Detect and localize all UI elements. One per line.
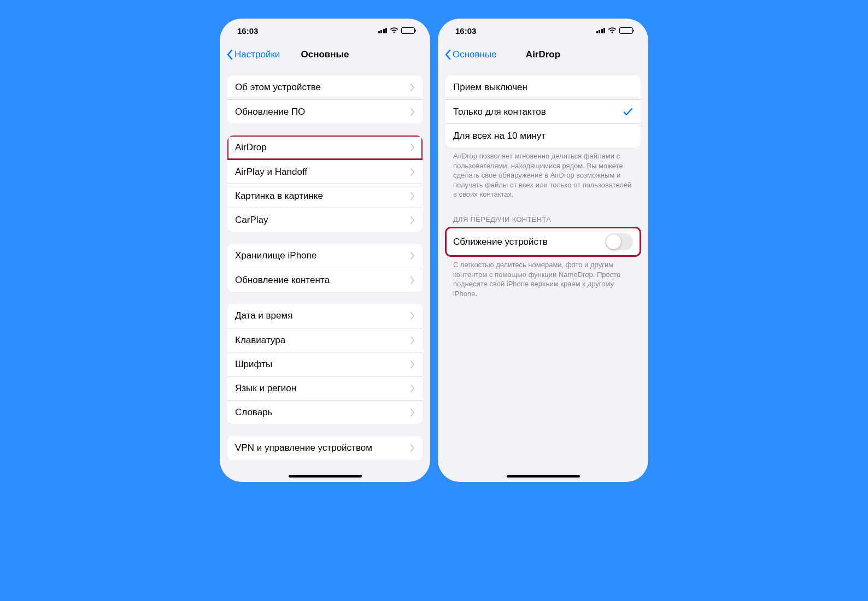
chevron-right-icon (410, 361, 415, 368)
chevron-right-icon (410, 84, 415, 91)
row-fonts[interactable]: Шрифты (227, 352, 423, 376)
settings-group-3: Хранилище iPhone Обновление контента (227, 244, 423, 292)
chevron-right-icon (410, 252, 415, 260)
airdrop-content: Прием выключен Только для контактов Для … (438, 67, 648, 482)
status-bar: 16:03 (220, 19, 430, 43)
chevron-right-icon (410, 168, 415, 176)
transfer-section-header: ДЛЯ ПЕРЕДАЧИ КОНТЕНТА (445, 215, 641, 228)
row-software-update[interactable]: Обновление ПО (227, 99, 423, 123)
chevron-right-icon (410, 144, 415, 151)
cellular-icon (596, 28, 606, 33)
nav-bar: Основные AirDrop (438, 43, 648, 67)
row-label: Картинка в картинке (235, 191, 323, 202)
cellular-icon (378, 28, 388, 33)
row-bring-devices-together[interactable]: Сближение устройств (445, 227, 641, 256)
phone-screen-airdrop: 16:03 Основные AirDrop Прием выключен То… (438, 19, 648, 482)
row-label: CarPlay (235, 215, 268, 226)
row-language-region[interactable]: Язык и регион (227, 376, 423, 400)
wifi-icon (608, 26, 617, 36)
chevron-right-icon (410, 409, 415, 416)
battery-icon (401, 27, 415, 34)
option-everyone-10min[interactable]: Для всех на 10 минут (445, 123, 641, 148)
chevron-right-icon (410, 444, 415, 452)
row-label: AirDrop (235, 142, 267, 153)
chevron-right-icon (410, 108, 415, 116)
row-about-device[interactable]: Об этом устройстве (227, 75, 423, 99)
settings-group-1: Об этом устройстве Обновление ПО (227, 75, 423, 123)
row-label: Об этом устройстве (235, 82, 321, 93)
chevron-right-icon (410, 337, 415, 344)
row-vpn-device-management[interactable]: VPN и управление устройством (227, 436, 423, 460)
transfer-section-footer: С легкостью делитесь номерами, фото и др… (445, 256, 641, 298)
settings-group-4: Дата и время Клавиатура Шрифты Язык и ре… (227, 304, 423, 424)
row-label: Язык и регион (235, 383, 296, 394)
back-label: Настройки (234, 49, 280, 60)
chevron-right-icon (410, 276, 415, 284)
receive-options-footer: AirDrop позволяет мгновенно делиться фай… (445, 148, 641, 199)
home-indicator[interactable] (507, 475, 580, 478)
row-dictionary[interactable]: Словарь (227, 400, 423, 424)
option-contacts-only[interactable]: Только для контактов (445, 99, 641, 123)
receive-options-list: Прием выключен Только для контактов Для … (445, 75, 641, 148)
status-time: 16:03 (455, 26, 476, 36)
status-indicators (378, 26, 415, 36)
row-iphone-storage[interactable]: Хранилище iPhone (227, 244, 423, 268)
row-label: VPN и управление устройством (235, 443, 372, 453)
row-picture-in-picture[interactable]: Картинка в картинке (227, 184, 423, 208)
row-label: Для всех на 10 минут (453, 131, 546, 142)
nav-bar: Настройки Основные (220, 43, 430, 67)
row-label: Прием выключен (453, 82, 527, 93)
row-date-time[interactable]: Дата и время (227, 304, 423, 328)
back-label: Основные (453, 49, 497, 60)
option-receiving-off[interactable]: Прием выключен (445, 75, 641, 99)
back-button[interactable]: Основные (444, 49, 497, 60)
row-label: Только для контактов (453, 107, 546, 117)
toggle-switch[interactable] (605, 233, 633, 250)
row-label: Хранилище iPhone (235, 250, 316, 261)
back-button[interactable]: Настройки (226, 49, 280, 60)
row-airdrop[interactable]: AirDrop (227, 135, 423, 160)
chevron-right-icon (410, 312, 415, 320)
home-indicator[interactable] (289, 475, 362, 478)
row-label: Дата и время (235, 310, 292, 321)
settings-group-2: AirDrop AirPlay и Handoff Картинка в кар… (227, 135, 423, 232)
row-label: Обновление контента (235, 275, 330, 286)
status-time: 16:03 (237, 26, 258, 36)
transfer-section-list: Сближение устройств (445, 227, 641, 256)
chevron-left-icon (444, 49, 451, 60)
row-label: Обновление ПО (235, 107, 305, 117)
chevron-right-icon (410, 385, 415, 392)
row-label: AirPlay и Handoff (235, 167, 307, 178)
status-indicators (596, 26, 634, 36)
checkmark-icon (623, 108, 633, 116)
settings-content: Об этом устройстве Обновление ПО AirDrop… (220, 67, 430, 482)
battery-icon (619, 27, 633, 34)
wifi-icon (390, 26, 398, 36)
row-airplay-handoff[interactable]: AirPlay и Handoff (227, 160, 423, 184)
settings-group-5: VPN и управление устройством (227, 436, 423, 460)
row-keyboard[interactable]: Клавиатура (227, 328, 423, 352)
row-carplay[interactable]: CarPlay (227, 208, 423, 232)
row-label: Клавиатура (235, 335, 285, 346)
phone-screen-general: 16:03 Настройки Основные Об этом устройс… (220, 19, 430, 482)
status-bar: 16:03 (438, 19, 648, 43)
row-label: Сближение устройств (453, 237, 548, 248)
row-label: Шрифты (235, 359, 272, 370)
chevron-right-icon (410, 192, 415, 200)
row-content-update[interactable]: Обновление контента (227, 268, 423, 292)
chevron-right-icon (410, 216, 415, 224)
row-label: Словарь (235, 407, 272, 418)
chevron-left-icon (226, 49, 233, 60)
